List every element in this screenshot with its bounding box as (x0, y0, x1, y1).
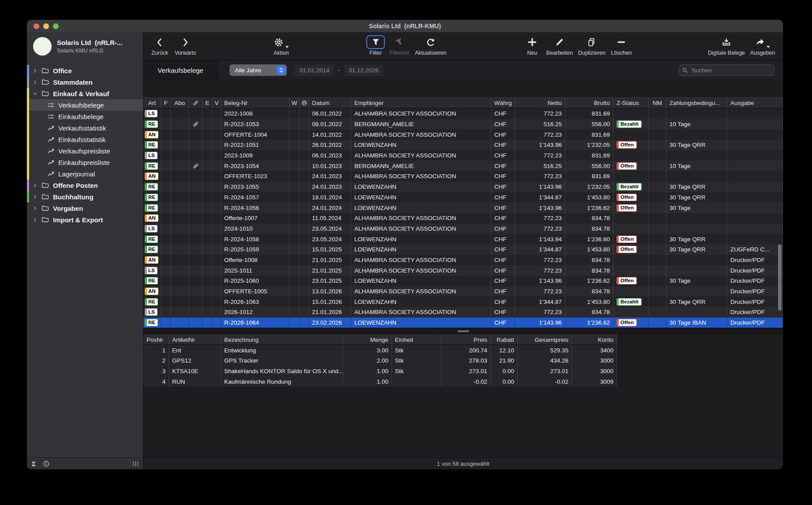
chevron-right-icon[interactable] (33, 68, 38, 73)
column-header-abo[interactable]: Abo (171, 98, 189, 108)
column-header-v[interactable]: V (213, 98, 221, 108)
table-row[interactable]: RER-2022-105308.01.2022BERGMANN_AMELIECH… (143, 119, 783, 130)
column-header-f[interactable]: F (161, 98, 171, 108)
chevron-right-icon[interactable] (33, 195, 38, 199)
table-row[interactable]: LS2024-101023.05.2024ALHAMBRA SOCIETY AS… (143, 224, 783, 234)
delete-button[interactable]: Löschen (611, 35, 632, 56)
search-field[interactable] (679, 64, 774, 76)
sidebar-resize-grip[interactable] (133, 461, 138, 466)
chevron-right-icon[interactable] (33, 206, 38, 211)
table-row[interactable]: RER-2024-105718.01.2024LOEWENZAHNCHF1’34… (143, 192, 783, 203)
column-header-nm[interactable]: NM (649, 98, 666, 108)
table-row[interactable]: LS2026-101221.01.2026ALHAMBRA SOCIETY AS… (143, 307, 783, 318)
table-row[interactable]: LS2025-101121.01.2025ALHAMBRA SOCIETY AS… (143, 265, 783, 276)
table-row[interactable]: LS2023-100906.01.2023ALHAMBRA SOCIETY AS… (143, 150, 783, 161)
sum-button[interactable]: Σ (32, 460, 36, 468)
column-header-waehrg[interactable]: Währg (491, 98, 515, 108)
sidebar-item-einkaufsstatistik[interactable]: Einkaufsstatistik (27, 134, 143, 145)
close-window-button[interactable] (34, 23, 39, 29)
table-row[interactable]: RER-2026-106315.01.2026LOEWENZAHNCHF1’34… (143, 296, 783, 307)
positions-header-gesamtpreis[interactable]: Gesamtpreis (518, 335, 572, 344)
info-icon[interactable] (43, 460, 49, 467)
table-row[interactable]: LS2022-100806.01.2022ALHAMBRA SOCIETY AS… (143, 108, 783, 119)
sidebar-item-einkaufspreisliste[interactable]: Einkaufspreisliste (27, 157, 143, 168)
column-header-zahlung[interactable]: Zahlungsbedingu... (666, 98, 727, 108)
sidebar-item-verkaufsbelege[interactable]: Verkaufsbelege (27, 99, 143, 111)
splitter-handle-icon[interactable] (458, 330, 469, 332)
positions-header-artikelnr[interactable]: ArtikelNr (169, 335, 221, 344)
sidebar-item-einkauf-verkauf[interactable]: Einkauf & Verkauf (27, 88, 143, 99)
sidebar-item-import-export[interactable]: Import & Export (27, 214, 143, 225)
column-header-w[interactable]: W (289, 98, 300, 108)
positions-header-bezeichnung[interactable]: Bezeichnung (221, 335, 343, 344)
column-header-zstatus[interactable]: Z-Status (613, 98, 649, 108)
sidebar-item-lagerjournal[interactable]: Lagerjournal (27, 168, 143, 180)
sidebar-item-buchhaltung[interactable]: Buchhaltung (27, 191, 143, 202)
chevron-right-icon[interactable] (33, 217, 38, 222)
column-header-brutto[interactable]: Brutto (565, 98, 613, 108)
chevron-down-icon[interactable] (33, 91, 38, 96)
table-row[interactable]: RER-2026-106423.02.2026LOEWENZAHNCHF1’14… (143, 318, 783, 328)
date-from-field[interactable] (295, 65, 334, 76)
forward-button[interactable]: Vorwärts (175, 35, 196, 56)
account-header[interactable]: Solaris Ltd (nRLR-... Solaris KMU nRLG (27, 32, 143, 60)
splitter[interactable] (143, 328, 783, 334)
positions-header-menge[interactable]: Menge (343, 335, 392, 344)
positions-header-einheit[interactable]: Einheit (392, 335, 441, 344)
back-button[interactable]: Zurück (151, 35, 168, 56)
year-select[interactable]: Alle Jahre (229, 64, 287, 76)
table-row[interactable]: ANOFFERTE-100513.01.2026ALHAMBRA SOCIETY… (143, 286, 783, 297)
sidebar-item-stammdaten[interactable]: Stammdaten (27, 76, 143, 88)
sidebar-item-verkaufspreisliste[interactable]: Verkaufspreisliste (27, 145, 143, 157)
position-row[interactable]: 1EntEntwicklung3.00Stk200.7412.10529.353… (143, 345, 617, 355)
sidebar-item-vorgaben[interactable]: Vorgaben (27, 202, 143, 214)
table-row[interactable]: RER-2025-106023.01.2025LOEWENZAHNCHF1’14… (143, 276, 783, 286)
table-row[interactable]: RER-2023-105410.01.2023BERGMANN_AMELIECH… (143, 161, 783, 171)
table-row[interactable]: RER-2025-105915.01.2025LOEWENZAHNCHF1’34… (143, 244, 783, 255)
position-row[interactable]: 2GPS12GPS Tracker2.00Stk278.0321.90434.2… (143, 355, 617, 366)
refresh-button[interactable]: Aktualisieren (415, 35, 447, 56)
date-to-field[interactable] (344, 65, 383, 76)
column-header-e[interactable]: E (203, 98, 213, 108)
column-header-print[interactable] (300, 98, 309, 108)
sidebar-item-offene-posten[interactable]: Offene Posten (27, 180, 143, 191)
sidebar-item-office[interactable]: Office (27, 65, 143, 76)
edit-button[interactable]: Bearbeiten (546, 35, 573, 56)
column-header-datum[interactable]: Datum (309, 98, 351, 108)
table-row[interactable]: ANOfferte-100711.05.2024ALHAMBRA SOCIETY… (143, 213, 783, 224)
action-button[interactable]: Aktion (274, 35, 289, 56)
table-row[interactable]: RER-2024-105823.05.2024LOEWENZAHNCHF1’14… (143, 234, 783, 244)
digital-documents-button[interactable]: Digitale Belege (708, 35, 745, 56)
filter-button[interactable]: Filter (366, 35, 385, 56)
minimize-window-button[interactable] (43, 23, 49, 29)
chevron-right-icon[interactable] (33, 80, 38, 85)
column-header-link[interactable] (189, 98, 203, 108)
table-row[interactable]: ANOFFERTE-100414.01.2022ALHAMBRA SOCIETY… (143, 129, 783, 140)
table-row[interactable]: ANOFFERTE-102324.01.2023ALHAMBRA SOCIETY… (143, 171, 783, 182)
column-header-art[interactable]: Art (143, 98, 161, 108)
table-row[interactable]: RER-2023-105524.01.2023LOEWENZAHNCHF1’14… (143, 182, 783, 192)
column-header-empfaenger[interactable]: Empfänger (351, 98, 491, 108)
table-row[interactable]: RER-2024-105624.01.2024LOEWENZAHNCHF1’14… (143, 202, 783, 213)
position-row[interactable]: 3KTSA10EShakeHands KONTOR Saldo für OS X… (143, 366, 617, 377)
column-header-netto[interactable]: Netto (515, 98, 565, 108)
sidebar-item-einkaufsbelege[interactable]: Einkaufsbelege (27, 111, 143, 122)
new-button[interactable]: Neu (527, 35, 538, 56)
positions-header-posnr[interactable]: PosNr (143, 335, 169, 344)
positions-header-rabatt[interactable]: Rabatt (491, 335, 518, 344)
table-row[interactable]: ANOfferte-100821.01.2025ALHAMBRA SOCIETY… (143, 255, 783, 266)
sidebar-item-verkaufsstatistik[interactable]: Verkaufsstatistik (27, 122, 143, 134)
zoom-window-button[interactable] (53, 23, 59, 29)
vertical-scrollbar-thumb[interactable] (778, 244, 782, 310)
positions-header-konto[interactable]: Konto (572, 335, 617, 344)
filterset-button[interactable]: Filterset (390, 35, 409, 56)
output-button[interactable]: Ausgeben (750, 35, 775, 56)
position-row[interactable]: 4RUNKaufmännische Rundung1.00-0.020.00-0… (143, 377, 617, 387)
column-header-ausgabe[interactable]: Ausgabe (727, 98, 783, 108)
search-input[interactable] (691, 67, 774, 74)
column-header-beleg[interactable]: Beleg-Nr (221, 98, 289, 108)
positions-header-preis[interactable]: Preis (441, 335, 491, 344)
table-row[interactable]: RER-2022-105126.01.2022LOEWENZAHNCHF1’14… (143, 140, 783, 150)
duplicate-button[interactable]: Duplizieren (578, 35, 606, 56)
chevron-right-icon[interactable] (33, 183, 38, 188)
